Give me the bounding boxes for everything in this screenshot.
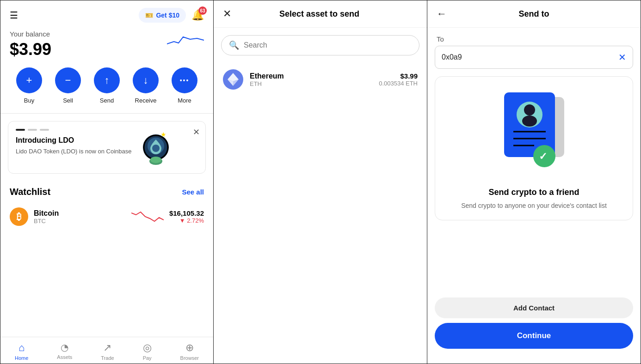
right-spacer	[427, 228, 641, 297]
svg-point-17	[524, 104, 535, 115]
bitcoin-name: Bitcoin	[34, 209, 126, 218]
mid-panel: ✕ Select asset to send 🔍 Ethereum ETH $3…	[214, 0, 427, 364]
ethereum-price-col: $3.99 0.003534 ETH	[379, 72, 418, 87]
bitcoin-symbol: BTC	[34, 218, 126, 224]
svg-point-7	[150, 157, 161, 163]
ethereum-asset-row[interactable]: Ethereum ETH $3.99 0.003534 ETH	[214, 63, 427, 96]
receive-action[interactable]: ↓ Receive	[133, 67, 159, 104]
svg-text:✓: ✓	[539, 151, 547, 162]
ethereum-eth: 0.003534 ETH	[379, 80, 418, 87]
home-icon: ⌂	[18, 342, 25, 354]
ethereum-usd: $3.99	[379, 72, 418, 80]
friend-card-title: Send crypto to a friend	[488, 188, 579, 197]
get-money-button[interactable]: 🎫 Get $10	[139, 8, 186, 23]
left-panel: ☰ 🎫 Get $10 🔔 63 Your balance $3.99 + Bu…	[0, 0, 214, 364]
watchlist-title: Watchlist	[10, 187, 50, 197]
notification-badge: 63	[198, 6, 207, 15]
search-icon: 🔍	[229, 40, 239, 50]
sell-action[interactable]: − Sell	[55, 67, 81, 104]
friend-illustration: ✓	[493, 88, 576, 180]
spacer	[0, 232, 213, 337]
more-action[interactable]: ••• More	[172, 67, 197, 104]
more-icon: •••	[172, 67, 197, 93]
ethereum-info: Ethereum ETH	[250, 72, 372, 87]
friend-card: ✓ Send crypto to a friend Send crypto to…	[435, 76, 633, 220]
sell-label: Sell	[63, 97, 73, 104]
ethereum-name: Ethereum	[250, 72, 372, 80]
bottom-spacer	[427, 356, 641, 364]
bottom-nav: ⌂ Home ◔ Assets ↗ Trade ◎ Pay ⊕ Browser	[0, 337, 213, 364]
friend-card-desc: Send crypto to anyone on your device's c…	[461, 201, 607, 211]
menu-icon[interactable]: ☰	[10, 10, 18, 21]
nav-assets-label: Assets	[57, 354, 72, 360]
buy-icon: +	[16, 67, 42, 93]
gift-icon: 🎫	[145, 12, 153, 19]
bitcoin-info: Bitcoin BTC	[34, 209, 126, 224]
right-title: Send to	[447, 9, 621, 19]
promo-desc: Lido DAO Token (LDO) is now on Coinbase	[16, 147, 132, 156]
nav-pay[interactable]: ◎ Pay	[143, 342, 152, 361]
notification-bell[interactable]: 🔔 63	[191, 9, 204, 21]
nav-trade[interactable]: ↗ Trade	[101, 342, 114, 361]
nav-browser-label: Browser	[180, 355, 199, 361]
search-input[interactable]	[244, 41, 412, 49]
buy-label: Buy	[24, 97, 34, 104]
bitcoin-price: $16,105.32	[169, 209, 204, 217]
mid-title: Select asset to send	[231, 9, 407, 19]
dot-2	[28, 129, 37, 131]
browser-icon: ⊕	[185, 342, 194, 354]
add-contact-button[interactable]: Add Contact	[435, 297, 633, 318]
watchlist-header: Watchlist See all	[0, 181, 213, 201]
clear-address-button[interactable]: ✕	[618, 52, 626, 63]
nav-pay-label: Pay	[143, 355, 152, 361]
close-button[interactable]: ✕	[223, 8, 231, 20]
promo-image: ★	[137, 129, 174, 166]
search-bar[interactable]: 🔍	[221, 35, 419, 55]
svg-point-4	[152, 145, 160, 152]
nav-trade-label: Trade	[101, 355, 114, 361]
bitcoin-change: ▼ 2.72%	[169, 217, 204, 224]
divider-1	[0, 113, 213, 114]
dot-active	[16, 129, 25, 131]
send-icon: ↑	[94, 67, 120, 93]
nav-home-label: Home	[15, 355, 28, 361]
send-label: Send	[100, 97, 114, 104]
promo-dots	[16, 129, 132, 131]
svg-point-18	[522, 115, 537, 127]
nav-assets[interactable]: ◔ Assets	[57, 342, 72, 361]
send-action[interactable]: ↑ Send	[94, 67, 120, 104]
sell-icon: −	[55, 67, 81, 93]
address-input-wrap[interactable]: ✕	[435, 46, 633, 69]
back-button[interactable]: ←	[437, 8, 447, 20]
nav-browser[interactable]: ⊕ Browser	[180, 342, 199, 361]
balance-chart	[167, 30, 204, 50]
right-panel: ← Send to To ✕	[427, 0, 641, 364]
header-right: 🎫 Get $10 🔔 63	[139, 8, 204, 23]
balance-section: Your balance $3.99	[0, 30, 213, 64]
actions-row: + Buy − Sell ↑ Send ↓ Receive ••• More	[0, 64, 213, 113]
bitcoin-price-col: $16,105.32 ▼ 2.72%	[169, 209, 204, 224]
svg-text:★: ★	[160, 131, 166, 138]
see-all-link[interactable]: See all	[182, 188, 204, 196]
dot-3	[40, 129, 49, 131]
right-header: ← Send to	[427, 0, 641, 28]
ethereum-symbol: ETH	[250, 80, 372, 87]
promo-close-button[interactable]: ✕	[193, 127, 200, 137]
pay-icon: ◎	[143, 342, 152, 354]
promo-title: Introducing LDO	[16, 136, 132, 145]
left-header: ☰ 🎫 Get $10 🔔 63	[0, 0, 213, 30]
promo-card: Introducing LDO Lido DAO Token (LDO) is …	[8, 121, 206, 174]
buy-action[interactable]: + Buy	[16, 67, 42, 104]
assets-icon: ◔	[61, 342, 68, 353]
bitcoin-icon: ₿	[10, 207, 28, 226]
to-label: To	[427, 28, 641, 46]
receive-icon: ↓	[133, 67, 159, 93]
trade-icon: ↗	[103, 342, 111, 354]
receive-label: Receive	[135, 97, 157, 104]
continue-button[interactable]: Continue	[435, 323, 633, 349]
mid-header: ✕ Select asset to send	[214, 0, 427, 28]
nav-home[interactable]: ⌂ Home	[15, 342, 28, 361]
address-input[interactable]	[442, 53, 618, 61]
more-label: More	[178, 97, 191, 104]
bitcoin-row[interactable]: ₿ Bitcoin BTC $16,105.32 ▼ 2.72%	[0, 201, 213, 232]
